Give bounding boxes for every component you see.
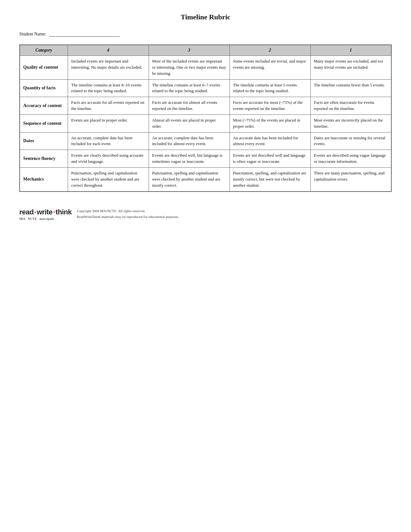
footer-ncte: NCTE [28,217,37,221]
table-header-row: Category 4 3 2 1 [20,45,391,56]
score-1-cell: There are many punctuation, spelling, an… [310,167,391,191]
student-name-field: Student Name: [19,31,392,37]
header-score-4: 4 [68,45,149,56]
score-4-cell: Events are placed in proper order. [68,114,149,132]
category-cell: Quality of content [20,56,68,80]
rubric-table: Category 4 3 2 1 Quality of contentInclu… [19,44,392,192]
footer-marcopolo: marcopolo [39,217,54,221]
score-2-cell: The timeline contains at least 5 events … [230,79,310,97]
footer: read✦write✦think IRA NCTE marcopolo Copy… [19,208,392,221]
table-row: Accuracy of contentFacts are accurate fo… [20,97,391,115]
category-cell: Mechanics [20,167,68,191]
table-row: Quality of contentIncluded events are im… [20,56,391,80]
footer-ira: IRA [19,217,25,221]
score-4-cell: Facts are accurate for all events report… [68,97,149,115]
header-score-3: 3 [149,45,230,56]
category-cell: Sequence of content [20,114,68,132]
score-3-cell: Most of the included events are importan… [149,56,230,80]
table-row: Sentence fluencyEvents are clearly descr… [20,150,391,168]
score-2-cell: An accurate date has been included for a… [230,132,310,150]
score-1-cell: Events are described using vague languag… [310,150,391,168]
category-cell: Quantity of facts [20,79,68,97]
score-3-cell: Almost all events are placed in proper o… [149,114,230,132]
score-3-cell: Facts are accurate for almost all events… [149,97,230,115]
category-cell: Accuracy of content [20,97,68,115]
footer-sub-logos: IRA NCTE marcopolo [19,217,72,221]
footer-logo-block: read✦write✦think IRA NCTE marcopolo [19,208,72,221]
score-2-cell: Events are not described well and langua… [230,150,310,168]
score-4-cell: Included events are important and intere… [68,56,149,80]
header-category: Category [20,45,68,56]
score-2-cell: Most (~75%) of the events are placed in … [230,114,310,132]
score-1-cell: The timeline contains fewer than 5 event… [310,79,391,97]
score-3-cell: Punctuation, spelling and capitalization… [149,167,230,191]
score-1-cell: Many major events are excluded, and too … [310,56,391,80]
student-label: Student Name: [19,32,46,37]
score-4-cell: An accurate, complete date has been incl… [68,132,149,150]
header-score-2: 2 [230,45,310,56]
score-4-cell: Punctuation, spelling and capitalization… [68,167,149,191]
category-cell: Sentence fluency [20,150,68,168]
score-4-cell: Events are clearly described using accur… [68,150,149,168]
category-cell: Dates [20,132,68,150]
score-3-cell: An accurate, complete date has been incl… [149,132,230,150]
table-row: MechanicsPunctuation, spelling and capit… [20,167,391,191]
table-row: Quantity of factsThe timeline contains a… [20,79,391,97]
score-1-cell: Facts are often inaccurate for events re… [310,97,391,115]
score-2-cell: Facts are accurate for most (~75%) of th… [230,97,310,115]
score-3-cell: The timeline contains at least 6–7 event… [149,79,230,97]
table-row: Sequence of contentEvents are placed in … [20,114,391,132]
footer-copyright: Copyright 2004 IRA/NCTE. All rights rese… [77,208,179,214]
score-1-cell: Dates are inaccurate or missing for seve… [310,132,391,150]
footer-logo: read✦write✦think [19,208,72,216]
footer-note: ReadWriteThink materials may be reproduc… [77,214,179,220]
student-name-line [49,31,120,37]
page-title: Timeline Rubric [19,13,392,21]
footer-text-block: Copyright 2004 IRA/NCTE. All rights rese… [77,208,179,220]
table-row: DatesAn accurate, complete date has been… [20,132,391,150]
score-1-cell: Most events are incorrectly placed on th… [310,114,391,132]
header-score-1: 1 [310,45,391,56]
score-2-cell: Punctuation, spelling, and capitalizatio… [230,167,310,191]
score-2-cell: Some events included are trivial, and ma… [230,56,310,80]
score-3-cell: Events are described well, but language … [149,150,230,168]
score-4-cell: The timeline contains at least 8–10 even… [68,79,149,97]
